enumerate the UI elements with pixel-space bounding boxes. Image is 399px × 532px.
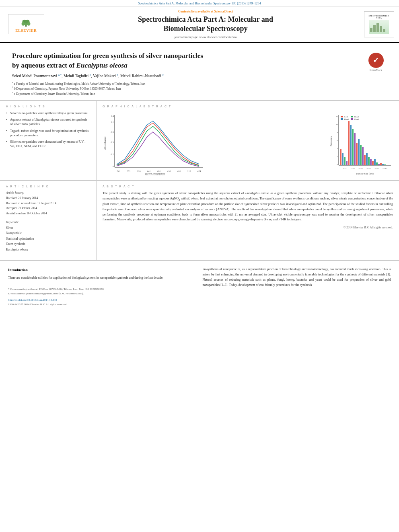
footnote-area: * Corresponding author at: PO Box 16765-… [8, 285, 197, 307]
svg-text:115: 115 [187, 170, 191, 173]
svg-rect-68 [376, 162, 378, 165]
svg-text:0.2: 0.2 [111, 153, 114, 156]
svg-rect-10 [376, 23, 379, 32]
svg-text:474: 474 [197, 170, 201, 173]
keyword: Nanoparticle [6, 230, 90, 236]
keywords-list: Silver Nanoparticle Statistical optimiza… [6, 225, 90, 253]
article-info-abstract-section: A R T I C L E I N F O Article history: R… [0, 181, 399, 261]
svg-text:491: 491 [177, 170, 181, 173]
svg-rect-55 [350, 125, 352, 165]
copyright-line: © 2014 Elsevier B.V. All rights reserved… [103, 226, 393, 229]
svg-text:5 mL: 5 mL [344, 116, 348, 118]
svg-text:0: 0 [337, 164, 338, 166]
svg-text:116: 116 [137, 170, 141, 173]
svg-rect-80 [351, 118, 353, 120]
bar-chart-area: Frequency 0 2 4 6 8 10 12 5-15 15-25 25-… [329, 111, 393, 176]
abstract-text: The present study is dealing with the gr… [103, 191, 393, 222]
graphical-abstract-label: G R A P H I C A L A B S T R A C T [103, 105, 393, 108]
issn-line: 1386-1425/© 2014 Elsevier B.V. All right… [8, 302, 197, 307]
svg-rect-66 [372, 161, 374, 165]
highlight-item: Aqueous extract of Eucalyptus oleosa was… [6, 117, 90, 126]
svg-text:4: 4 [337, 148, 338, 150]
svg-rect-67 [374, 159, 376, 165]
accepted-date: Accepted 7 October 2014 [6, 206, 90, 211]
svg-rect-58 [356, 143, 358, 165]
svg-rect-72 [384, 164, 386, 165]
journal-title-area: Contents lists available at ScienceDirec… [52, 10, 359, 39]
article-main-title: Procedure optimization for green synthes… [12, 51, 387, 70]
doi-link[interactable]: http://dx.doi.org/10.1016/j.saa.2014.10.… [8, 298, 57, 302]
uv-chart-svg: Absorbance 341 371 116 441 481 430 491 1… [103, 111, 207, 175]
highlights-col: H I G H L I G H T S Silver nano-particle… [0, 101, 97, 180]
svg-text:55-65: 55-65 [383, 168, 387, 170]
svg-text:20 mL: 20 mL [354, 116, 359, 118]
svg-rect-54 [348, 121, 350, 165]
svg-point-5 [27, 22, 31, 26]
svg-rect-11 [380, 26, 382, 32]
svg-rect-50 [340, 149, 341, 165]
highlight-item: Silver nano-particles were characterized… [6, 140, 90, 148]
svg-text:0.5: 0.5 [111, 141, 114, 144]
svg-text:1.4: 1.4 [111, 115, 114, 117]
svg-rect-64 [368, 157, 370, 165]
svg-point-4 [22, 22, 25, 26]
affiliation-c: c c Department of Chemistry, Imam Hossei… [12, 91, 387, 96]
svg-text:430: 430 [167, 170, 171, 173]
elsevier-label: ELSEVIER [15, 29, 37, 33]
keywords-block: Keywords: Silver Nanoparticle Statistica… [6, 220, 90, 253]
introduction-title: Introduction [8, 267, 197, 273]
abstract-col: A B S T R A C T The present study is dea… [97, 181, 399, 261]
crossmark-badge: ✓ CrossMark [365, 51, 387, 73]
article-history-block: Article history: Received 26 January 201… [6, 191, 90, 216]
svg-rect-52 [344, 157, 346, 165]
journal-homepage: journal homepage: www.elsevier.com/locat… [52, 35, 359, 39]
history-label: Article history: [6, 191, 90, 195]
spectrochimica-logo-box: SPECTROCHIMICA ACTA [364, 11, 394, 37]
svg-rect-51 [342, 153, 343, 165]
svg-text:Absorbance: Absorbance [103, 136, 107, 150]
svg-text:371: 371 [127, 170, 131, 173]
spectrochimica-chart-icon [369, 21, 389, 33]
body-section: Introduction There are considerable util… [0, 261, 399, 313]
body-col-left: Introduction There are considerable util… [8, 267, 197, 307]
svg-text:6: 6 [337, 140, 338, 142]
highlights-label: H I G H L I G H T S [6, 105, 90, 108]
svg-text:12: 12 [336, 115, 338, 117]
svg-text:Silver Concentration: Silver Concentration [145, 173, 165, 175]
journal-header: ELSEVIER Contents lists available at Sci… [0, 6, 399, 43]
svg-text:25 mL: 25 mL [354, 118, 359, 120]
article-history-details: Received 26 January 2014 Received in rev… [6, 196, 90, 216]
crossmark-circle: ✓ [368, 53, 384, 68]
svg-rect-57 [354, 133, 356, 165]
article-info-label: A R T I C L E I N F O [6, 185, 90, 188]
svg-text:1.1: 1.1 [111, 121, 114, 123]
svg-rect-70 [380, 163, 382, 165]
svg-text:25-35: 25-35 [358, 168, 363, 170]
affiliation-a: a a Faculty of Material and Manufacturin… [12, 81, 387, 86]
graphical-abstract-inner: Absorbance 341 371 116 441 481 430 491 1… [103, 111, 393, 176]
graphical-abstract-col: G R A P H I C A L A B S T R A C T Absorb… [97, 101, 399, 180]
svg-text:5-15: 5-15 [343, 168, 347, 170]
svg-rect-60 [360, 145, 362, 165]
keyword: Green synthesis [6, 241, 90, 247]
svg-rect-53 [346, 161, 348, 165]
doi-line: http://dx.doi.org/10.1016/j.saa.2014.10.… [8, 298, 197, 302]
received-revised-date: Received in revised form 12 August 2014 [6, 201, 90, 206]
crossmark-text: CrossMark [370, 69, 382, 71]
keyword: Silver [6, 225, 90, 231]
svg-text:15-25: 15-25 [350, 168, 355, 170]
available-date: Available online 16 October 2014 [6, 211, 90, 216]
svg-rect-74 [341, 116, 343, 117]
svg-rect-59 [358, 139, 360, 165]
footnote-corresp: * Corresponding author at: PO Box 16765-… [8, 287, 197, 292]
highlight-item: Taguchi robust design was used for optim… [6, 129, 90, 138]
spectrochimica-logo-image [369, 20, 389, 34]
journal-citation: Spectrochimica Acta Part A: Molecular an… [138, 2, 261, 5]
highlights-graphical-section: H I G H L I G H T S Silver nano-particle… [0, 101, 399, 181]
svg-rect-8 [370, 28, 372, 32]
article-title-section: Procedure optimization for green synthes… [0, 43, 399, 101]
svg-text:10 mL: 10 mL [344, 118, 349, 120]
bar-chart-svg: Frequency 0 2 4 6 8 10 12 5-15 15-25 25-… [329, 111, 393, 175]
received-date: Received 26 January 2014 [6, 196, 90, 201]
affiliation-b: b b Department of Chemistry, Payame Noor… [12, 86, 387, 91]
